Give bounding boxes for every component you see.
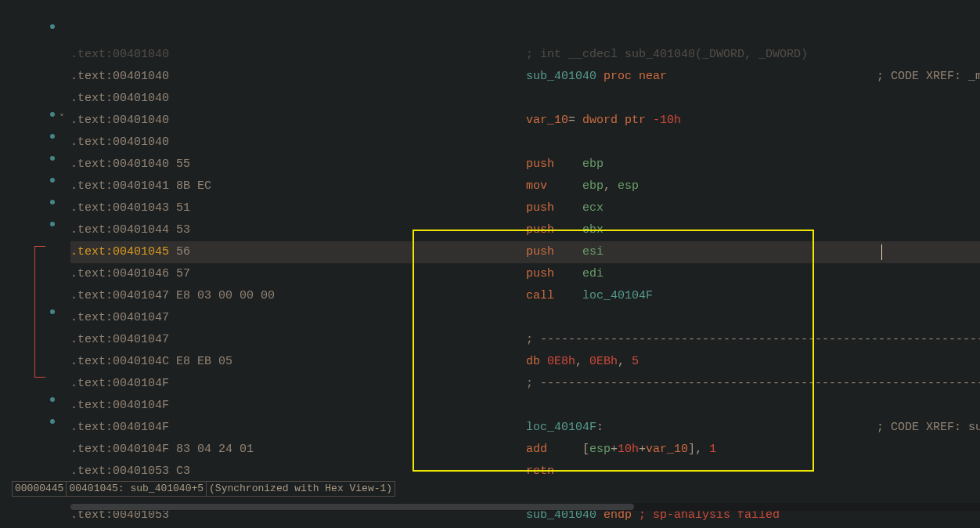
breakpoint-dot-icon[interactable]	[50, 134, 55, 139]
asm-line[interactable]: .text:00401044 53push ebx	[70, 219, 980, 241]
asm-line[interactable]: .text:0040104F; ------------------------…	[70, 373, 980, 395]
asm-line[interactable]: .text:0040104Floc_40104F:; CODE XREF: su…	[70, 417, 980, 439]
asm-line[interactable]: .text:00401040 55push ebp	[70, 154, 980, 175]
address: .text:00401040	[70, 136, 169, 149]
jump-arrow-icon	[34, 246, 45, 312]
opcode-bytes: E8 03 00 00 00	[169, 289, 275, 302]
status-offset: 00000445	[12, 481, 67, 497]
instruction: add [esp+10h+var_10], 1	[526, 439, 716, 461]
breakpoint-dot-icon[interactable]	[50, 200, 55, 204]
instruction: db 0E8h, 0EBh, 5	[526, 351, 639, 373]
breakpoint-dot-icon[interactable]	[50, 222, 55, 226]
address: .text:00401047	[70, 333, 169, 346]
instruction: ; int __cdecl sub_401040(_DWORD, _DWORD)	[526, 44, 808, 66]
asm-line[interactable]: .text:00401047; ------------------------…	[70, 329, 980, 351]
instruction: mov ebp, esp	[526, 175, 639, 197]
opcode-bytes: 51	[169, 201, 190, 215]
address: .text:00401053	[70, 465, 169, 478]
instruction: ; --------------------------------------…	[526, 373, 980, 395]
instruction: ; --------------------------------------…	[526, 329, 980, 351]
opcode-bytes: C3	[169, 465, 190, 478]
address: .text:0040104F	[70, 421, 169, 434]
disassembly-view[interactable]: ˅ .text:00401040; int __cdecl sub_401040…	[0, 0, 980, 528]
instruction: loc_40104F:	[526, 417, 603, 439]
instruction: push esi	[526, 241, 603, 263]
status-bar: 00000445 00401045: sub_401040+5 (Synchro…	[12, 481, 395, 497]
jump-arrow-icon	[34, 312, 45, 378]
asm-line[interactable]: .text:00401045 56push esi	[70, 241, 980, 263]
opcode-bytes: 83 04 24 01	[169, 443, 254, 456]
address: .text:00401045	[70, 245, 169, 259]
breakpoint-dot-icon[interactable]	[50, 112, 55, 117]
opcode-bytes: 8B EC	[169, 179, 211, 193]
opcode-bytes: 53	[169, 223, 190, 237]
breakpoint-dot-icon[interactable]	[50, 24, 55, 29]
address: .text:00401044	[70, 223, 169, 237]
breakpoint-dot-icon[interactable]	[50, 178, 55, 183]
breakpoint-dot-icon[interactable]	[50, 156, 55, 161]
asm-line[interactable]: .text:00401046 57push edi	[70, 263, 980, 285]
asm-line[interactable]: .text:00401043 51push ecx	[70, 197, 980, 219]
address: .text:00401040	[70, 92, 169, 105]
address: .text:00401040	[70, 114, 169, 127]
instruction: sub_401040 proc near	[526, 66, 667, 88]
asm-line[interactable]: .text:00401041 8B ECmov ebp, esp	[70, 175, 980, 197]
breakpoint-dot-icon[interactable]	[50, 419, 55, 424]
opcode-bytes: 56	[169, 245, 190, 259]
asm-line[interactable]: .text:00401040sub_401040 proc near; CODE…	[70, 66, 980, 88]
asm-line[interactable]: .text:00401047	[70, 307, 980, 329]
opcode-bytes: 57	[169, 267, 190, 280]
address: .text:00401041	[70, 179, 169, 193]
opcode-bytes: E8 EB 05	[169, 355, 232, 368]
instruction: var_10= dword ptr -10h	[526, 110, 681, 132]
asm-line[interactable]: .text:00401040	[70, 88, 980, 110]
breakpoint-dot-icon[interactable]	[50, 397, 55, 402]
breakpoint-dot-icon[interactable]	[50, 309, 55, 314]
asm-line[interactable]: .text:00401040	[70, 132, 980, 154]
scrollbar-thumb[interactable]	[70, 504, 634, 510]
asm-line[interactable]: .text:00401047 E8 03 00 00 00call loc_40…	[70, 285, 980, 307]
address: .text:00401047	[70, 311, 169, 324]
fold-chevron-icon[interactable]: ˅	[59, 108, 64, 130]
asm-line[interactable]: .text:0040104C E8 EB 05db 0E8h, 0EBh, 5	[70, 351, 980, 373]
asm-line[interactable]: .text:00401053 C3retn	[70, 461, 980, 483]
horizontal-scrollbar[interactable]	[70, 503, 980, 511]
address: .text:00401040	[70, 157, 169, 171]
address: .text:00401046	[70, 267, 169, 280]
asm-line[interactable]: .text:0040104F 83 04 24 01add [esp+10h+v…	[70, 439, 980, 461]
instruction: push edi	[526, 263, 603, 285]
instruction: call loc_40104F	[526, 285, 653, 307]
xref-comment: ; CODE XREF: _main+11	[877, 66, 980, 88]
opcode-bytes: 55	[169, 157, 190, 171]
instruction: push ebp	[526, 154, 603, 175]
asm-line[interactable]: .text:00401040var_10= dword ptr -10h	[70, 110, 980, 132]
address: .text:0040104F	[70, 443, 169, 456]
address: .text:00401043	[70, 201, 169, 215]
address: .text:0040104F	[70, 399, 169, 412]
asm-line[interactable]: .text:0040104F	[70, 395, 980, 417]
address: .text:00401047	[70, 289, 169, 302]
address: .text:0040104F	[70, 377, 169, 390]
status-sync: (Synchronized with Hex View-1)	[206, 481, 395, 497]
instruction: retn	[526, 461, 554, 483]
gutter: ˅	[0, 0, 59, 528]
instruction: push ebx	[526, 219, 603, 241]
address: .text:0040104C	[70, 355, 169, 368]
xref-comment: ; CODE XREF: sub_4010	[877, 417, 980, 439]
instruction: push ecx	[526, 197, 603, 219]
status-location: 00401045: sub_401040+5	[66, 481, 207, 497]
text-cursor	[881, 244, 882, 260]
asm-line[interactable]: .text:00401040; int __cdecl sub_401040(_…	[70, 44, 980, 66]
address: .text:00401040	[70, 70, 169, 83]
address: .text:00401040	[70, 48, 169, 61]
